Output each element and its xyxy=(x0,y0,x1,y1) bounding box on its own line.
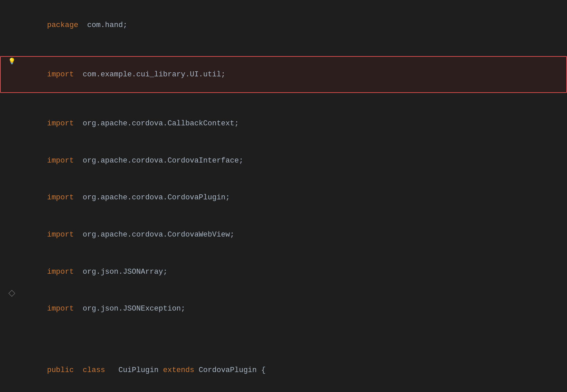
code-text: org.apache.cordova.CordovaWebView; xyxy=(74,230,234,239)
code-text: org.apache.cordova.CallbackContext; xyxy=(74,119,239,128)
keyword-import: import xyxy=(47,119,74,128)
keyword-extends: extends xyxy=(163,366,194,374)
code-line-highlighted-import: 💡 import com.example.cui_library.UI.util… xyxy=(0,56,567,93)
code-text: com.example.cui_library.UI.util; xyxy=(74,70,225,79)
code-text: CordovaPlugin { xyxy=(194,366,266,374)
code-text: org.apache.cordova.CordovaInterface; xyxy=(74,156,243,165)
code-content: import org.apache.cordova.CordovaInterfa… xyxy=(17,143,567,179)
lightbulb-icon: 💡 xyxy=(8,57,16,67)
gutter-bulb: 💡 xyxy=(7,57,17,67)
code-content: public class CuiPlugin extends CordovaPl… xyxy=(17,352,567,388)
keyword-package: package xyxy=(47,21,78,29)
code-text xyxy=(74,366,82,374)
code-content: import org.apache.cordova.CallbackContex… xyxy=(17,106,567,142)
code-content-import: import com.example.cui_library.UI.util; xyxy=(17,57,567,93)
keyword-import: import xyxy=(47,230,74,239)
code-line-import6: import org.json.JSONException; xyxy=(0,290,567,327)
code-line-empty xyxy=(0,389,567,392)
code-line-empty xyxy=(0,327,567,340)
code-content: import org.json.JSONArray; xyxy=(17,254,567,290)
code-text: org.json.JSONException; xyxy=(74,304,185,313)
code-line-import2: import org.apache.cordova.CordovaInterfa… xyxy=(0,142,567,179)
code-line-empty xyxy=(0,340,567,352)
code-content: import org.apache.cordova.CordovaWebView… xyxy=(17,217,567,253)
keyword-import: import xyxy=(47,156,74,165)
code-content: import org.json.JSONException; xyxy=(17,291,567,327)
keyword-class: class xyxy=(83,366,105,374)
code-line-import3: import org.apache.cordova.CordovaPlugin; xyxy=(0,179,567,216)
code-line-empty xyxy=(0,44,567,56)
code-line-empty xyxy=(0,93,567,105)
gutter-diamond xyxy=(7,291,17,296)
diamond-icon xyxy=(8,290,15,297)
code-editor: package com.hand; 💡 import com.example.c… xyxy=(0,0,567,392)
code-text: CuiPlugin xyxy=(105,366,163,374)
code-text: org.apache.cordova.CordovaPlugin; xyxy=(74,193,230,202)
keyword-import: import xyxy=(47,268,74,276)
code-line-import4: import org.apache.cordova.CordovaWebView… xyxy=(0,216,567,253)
code-text: com.hand; xyxy=(78,21,127,29)
code-content: import org.apache.cordova.CordovaPlugin; xyxy=(17,180,567,216)
code-text: org.json.JSONArray; xyxy=(74,268,167,276)
code-content: package com.hand; xyxy=(17,7,567,43)
code-line-import5: import org.json.JSONArray; xyxy=(0,253,567,290)
keyword-import: import xyxy=(47,304,74,313)
keyword-import: import xyxy=(47,193,74,202)
keyword-import: import xyxy=(47,70,74,79)
code-line-class: public class CuiPlugin extends CordovaPl… xyxy=(0,352,567,389)
keyword-public: public xyxy=(47,366,74,374)
code-line-import1: import org.apache.cordova.CallbackContex… xyxy=(0,105,567,142)
code-line: package com.hand; xyxy=(0,7,567,44)
